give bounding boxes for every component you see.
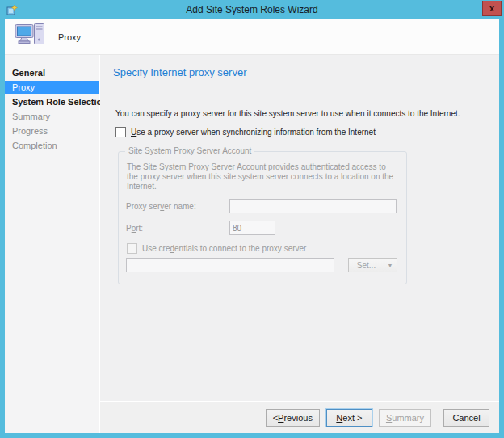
use-proxy-checkbox[interactable] [116,127,126,137]
chevron-down-icon: ▼ [384,263,397,268]
page-heading: Specify Internet proxy server [113,66,486,78]
proxy-server-name-label: Proxy server name: [126,202,229,211]
previous-button[interactable]: < Previous [266,409,320,427]
use-credentials-checkbox-label: Use credentials to connect to the proxy … [142,244,306,253]
port-label: Port: [126,224,229,233]
sidebar-item-proxy: Proxy [5,81,99,94]
window-title: Add Site System Roles Wizard [5,4,499,15]
proxy-server-name-row: Proxy server name: [126,199,398,213]
proxy-server-name-input[interactable] [229,199,397,213]
credentials-account-input[interactable] [126,258,334,272]
wizard-window: Add Site System Roles Wizard x Proxy [0,0,504,438]
sidebar-item-system-role-selection: System Role Selection [5,95,99,108]
close-button[interactable]: x [482,1,502,16]
set-account-button[interactable]: Set... ▼ [348,258,397,272]
wizard-steps-sidebar: General Proxy System Role Selection Summ… [5,55,100,433]
page-title: Proxy [58,32,81,42]
groupbox-legend: Site System Proxy Server Account [125,146,254,155]
groupbox-description: The Site System Proxy Server Account pro… [127,162,398,192]
set-account-button-label: Set... [349,261,384,270]
use-proxy-checkbox-label[interactable]: Use a proxy server when synchronizing in… [131,128,376,137]
titlebar[interactable]: Add Site System Roles Wizard x [5,0,499,19]
proxy-account-groupbox: Site System Proxy Server Account The Sit… [118,151,407,284]
sidebar-item-progress: Progress [5,124,99,137]
summary-button[interactable]: Summary [379,409,431,427]
computer-icon [15,23,45,52]
close-icon: x [489,3,494,13]
port-input[interactable] [229,221,275,235]
credentials-account-row: Set... ▼ [126,258,398,272]
sidebar-item-general: General [5,66,99,79]
port-row: Port: [126,221,398,235]
wizard-page-content: Specify Internet proxy server You can sp… [100,55,499,401]
use-proxy-checkbox-row: Use a proxy server when synchronizing in… [116,127,486,137]
wizard-page-header: Proxy [5,19,499,55]
intro-text: You can specify a proxy server for this … [116,109,486,118]
sidebar-item-summary: Summary [5,110,99,123]
cancel-button[interactable]: Cancel [443,409,489,427]
sidebar-item-completion: Completion [5,139,99,152]
use-credentials-checkbox-row: Use credentials to connect to the proxy … [127,243,398,254]
use-credentials-checkbox[interactable] [127,243,137,254]
next-button[interactable]: Next > [326,409,372,427]
wizard-button-bar: < Previous Next > Summary Cancel [100,401,499,433]
